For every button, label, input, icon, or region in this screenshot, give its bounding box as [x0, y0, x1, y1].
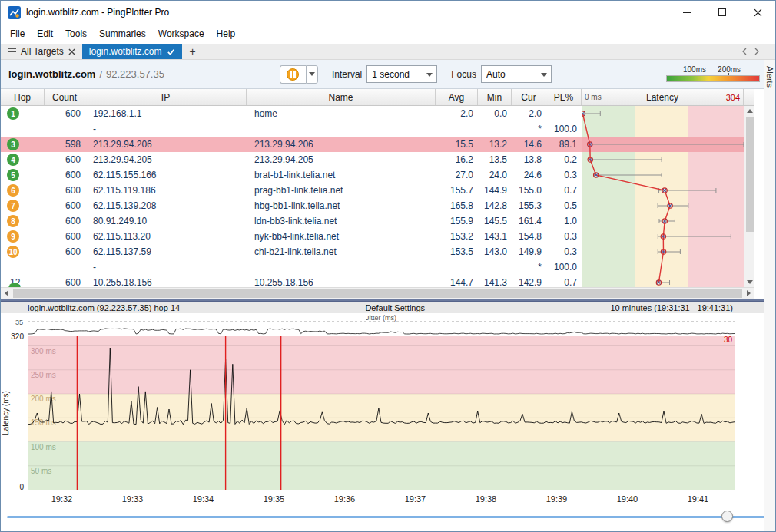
- chevron-down-icon: [426, 73, 433, 77]
- col-pl[interactable]: PL%: [546, 89, 582, 105]
- vertical-scroll-thumb[interactable]: [746, 117, 754, 232]
- close-tab-icon[interactable]: [68, 48, 75, 55]
- cell-count: 600: [45, 152, 85, 167]
- menu-workspace[interactable]: Workspace: [152, 25, 211, 42]
- hop-badge: 5: [7, 169, 19, 181]
- interval-select[interactable]: 1 second: [366, 65, 437, 83]
- cell-min: 142.8: [478, 198, 512, 213]
- timeline-settings-label[interactable]: Default Settings: [180, 303, 610, 312]
- scroll-right-icon[interactable]: [743, 288, 754, 299]
- new-tab-button[interactable]: +: [182, 44, 204, 59]
- col-ip[interactable]: IP: [85, 89, 247, 105]
- tab-scroll-left-icon[interactable]: [741, 48, 747, 55]
- scroll-up-icon[interactable]: [744, 106, 754, 116]
- col-min[interactable]: Min: [478, 89, 512, 105]
- cell-hop: 7: [1, 198, 45, 213]
- col-hop[interactable]: Hop: [1, 89, 45, 105]
- cell-cur: 13.8: [512, 152, 546, 167]
- close-button[interactable]: [740, 1, 775, 24]
- cell-cur: 155.0: [512, 183, 546, 198]
- col-avg[interactable]: Avg: [436, 89, 478, 105]
- hop-badge: 1: [7, 107, 19, 120]
- svg-text:Latency (ms): Latency (ms): [2, 391, 10, 435]
- cell-count: 600: [45, 275, 85, 287]
- table-vertical-scrollbar[interactable]: [744, 106, 754, 287]
- scroll-left-icon[interactable]: [1, 288, 12, 299]
- hop-badge: 4: [7, 154, 19, 166]
- slider-handle[interactable]: [721, 511, 733, 522]
- slider-track[interactable]: [7, 516, 768, 518]
- cell-name: 213.29.94.206: [247, 137, 436, 152]
- cell-pl: 0.7: [546, 183, 582, 198]
- table-row[interactable]: -*100.0: [1, 259, 582, 275]
- menu-edit[interactable]: Edit: [31, 25, 59, 42]
- col-count[interactable]: Count: [45, 89, 85, 105]
- minimize-button[interactable]: [669, 1, 705, 24]
- focus-select[interactable]: Auto: [481, 65, 552, 83]
- col-name[interactable]: Name: [247, 89, 436, 105]
- cell-hop: 6: [1, 183, 45, 198]
- target-host: login.wotblitz.com: [8, 68, 95, 80]
- table-row[interactable]: 3598213.29.94.206213.29.94.20615.513.214…: [1, 137, 582, 152]
- cell-count: 600: [45, 229, 85, 244]
- cell-hop: [1, 259, 45, 275]
- cell-pl: 0.5: [546, 198, 582, 213]
- cell-ip: 62.115.119.186: [85, 183, 247, 198]
- cell-cur: 149.9: [512, 244, 546, 259]
- cell-pl: [546, 106, 582, 121]
- menu-summaries[interactable]: Summaries: [93, 25, 152, 42]
- scroll-down-icon[interactable]: [744, 277, 754, 287]
- cell-min: 144.9: [478, 183, 512, 198]
- tab-alerts[interactable]: Alerts: [765, 60, 774, 88]
- chevron-down-icon: [309, 72, 315, 76]
- table-row[interactable]: 860080.91.249.10ldn-bb3-link.telia.net15…: [1, 213, 582, 229]
- table-row[interactable]: -*100.0: [1, 121, 582, 137]
- tab-scroll-right-icon[interactable]: [754, 48, 760, 55]
- cell-ip: 62.115.139.208: [85, 198, 247, 213]
- pause-dropdown-button[interactable]: [306, 65, 318, 84]
- cell-ip: 80.91.249.10: [85, 213, 247, 229]
- svg-text:19:40: 19:40: [617, 494, 638, 504]
- cell-hop: 9: [1, 229, 45, 244]
- cell-hop: 1: [1, 106, 45, 121]
- cell-avg: 155.9: [436, 213, 478, 229]
- menu-file[interactable]: File: [4, 25, 31, 42]
- col-cur[interactable]: Cur: [512, 89, 546, 105]
- table-row[interactable]: 4600213.29.94.205213.29.94.20516.213.513…: [1, 152, 582, 167]
- tab-login-wotblitz[interactable]: login.wotblitz.com: [82, 44, 182, 59]
- svg-text:300 ms: 300 ms: [31, 347, 56, 355]
- time-slider[interactable]: [1, 507, 775, 527]
- cell-avg: 15.5: [436, 137, 478, 152]
- table-row[interactable]: 1600192.168.1.1home2.00.02.0: [1, 106, 582, 121]
- col-latency[interactable]: 0 ms Latency 304: [582, 89, 744, 105]
- svg-text:19:39: 19:39: [546, 494, 568, 504]
- latency-title: Latency: [646, 92, 678, 103]
- horizontal-scroll-thumb[interactable]: [13, 289, 742, 298]
- table-row[interactable]: 560062.115.155.166brat-b1-link.telia.net…: [1, 167, 582, 183]
- table-horizontal-scrollbar[interactable]: [1, 287, 754, 299]
- tab-all-targets[interactable]: All Targets: [1, 44, 82, 59]
- cell-min: 141.3: [478, 275, 512, 287]
- tab-label: login.wotblitz.com: [89, 46, 162, 57]
- latency-legend: 100ms 200ms: [666, 65, 760, 84]
- cell-cur: 155.3: [512, 198, 546, 213]
- table-row[interactable]: 1060062.115.137.59chi-b21-link.telia.net…: [1, 244, 582, 259]
- interval-value: 1 second: [372, 69, 410, 80]
- pause-button[interactable]: [280, 65, 306, 84]
- cell-avg: [436, 259, 478, 275]
- hop-badge: 10: [7, 246, 19, 258]
- svg-text:Jitter (ms): Jitter (ms): [366, 314, 396, 322]
- table-row[interactable]: 760062.115.139.208hbg-bb1-link.telia.net…: [1, 198, 582, 213]
- cell-ip: 213.29.94.205: [85, 152, 247, 167]
- timeline-graph[interactable]: Jitter (ms)35300 ms250 ms200 ms150 ms100…: [1, 313, 765, 507]
- table-row[interactable]: 660062.115.119.186prag-bb1-link.telia.ne…: [1, 183, 582, 198]
- table-row[interactable]: 960062.115.113.20nyk-bb4-link.telia.net1…: [1, 229, 582, 244]
- table-row[interactable]: 1260010.255.18.15610.255.18.156144.7141.…: [1, 275, 582, 287]
- menu-tools[interactable]: Tools: [59, 25, 93, 42]
- cell-min: 143.1: [478, 229, 512, 244]
- cell-name: hbg-bb1-link.telia.net: [247, 198, 436, 213]
- menu-help[interactable]: Help: [211, 25, 242, 42]
- tabbar: All Targets login.wotblitz.com +: [1, 44, 775, 60]
- pause-icon: [287, 68, 299, 81]
- maximize-button[interactable]: [705, 1, 740, 24]
